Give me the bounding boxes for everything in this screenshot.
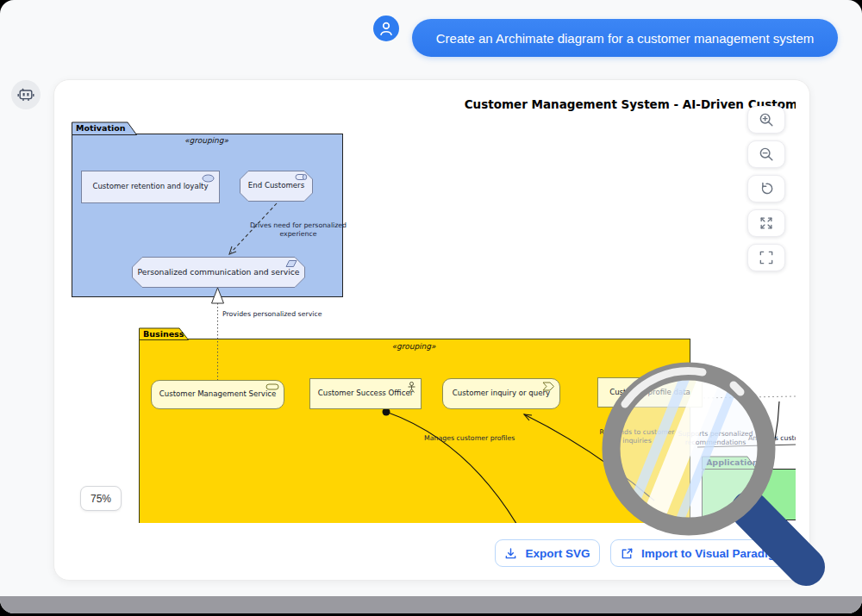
relation-label-analyzes: Analyzes customer data: [748, 434, 796, 443]
relation-label-responds: Responds to customer inquiries: [592, 428, 682, 445]
import-visual-paradigm-button[interactable]: Import to Visual Paradigm: [610, 539, 796, 567]
reset-icon: [758, 180, 775, 197]
diagram-card: Motivation «grouping» Business «grouping…: [53, 79, 810, 581]
element-business-role[interactable]: Customer Success Officer: [309, 378, 422, 409]
user-avatar: [373, 16, 399, 41]
diagram-viewport[interactable]: Motivation «grouping» Business «grouping…: [68, 94, 796, 523]
app-window: Create an Archimate diagram for a custom…: [0, 0, 862, 613]
zoom-level-badge: 75%: [80, 486, 122, 511]
diagram-title: Customer Management System - AI-Driven C…: [465, 97, 796, 111]
bot-avatar: [11, 80, 41, 109]
screenshot-stage: Create an Archimate diagram for a custom…: [0, 0, 862, 616]
actor-icon: [407, 382, 416, 393]
relation-label-provides: Provides personalized service: [222, 310, 322, 319]
zoom-out-icon: [758, 146, 775, 163]
export-svg-button[interactable]: Export SVG: [495, 539, 600, 567]
service-icon: [265, 383, 279, 390]
zoom-out-button[interactable]: [747, 140, 785, 168]
user-message-bubble: Create an Archimate diagram for a custom…: [412, 19, 838, 57]
reset-view-button[interactable]: [747, 175, 785, 202]
download-icon: [504, 547, 517, 560]
fit-view-icon: [758, 249, 775, 266]
zoom-controls: [747, 106, 785, 271]
relation-label-drives: Drives need for personalized experience: [240, 221, 356, 239]
relationship-lines: [68, 94, 796, 523]
zoom-in-button[interactable]: [747, 106, 785, 134]
element-outcome[interactable]: Personalized communication and service: [132, 257, 305, 288]
window-bottom-band: [0, 596, 862, 613]
element-business-event[interactable]: Customer inquiry or query: [442, 378, 560, 409]
expand-button[interactable]: [747, 209, 785, 237]
driver-icon: [202, 174, 215, 183]
relation-label-manages: Manages customer profiles: [424, 434, 515, 443]
zoom-in-icon: [758, 111, 775, 128]
robot-icon: [17, 86, 34, 103]
fit-view-button[interactable]: [747, 244, 785, 271]
element-stakeholder[interactable]: End Customers: [240, 171, 313, 202]
element-driver[interactable]: Customer retention and loyalty: [81, 171, 220, 203]
event-icon: [542, 382, 555, 391]
external-link-icon: [621, 547, 634, 560]
expand-icon: [758, 215, 775, 232]
person-icon: [377, 19, 396, 38]
role-icon: [295, 173, 309, 181]
element-business-object[interactable]: Customer profile data: [597, 377, 703, 408]
element-business-service[interactable]: Customer Management Service: [151, 380, 284, 409]
